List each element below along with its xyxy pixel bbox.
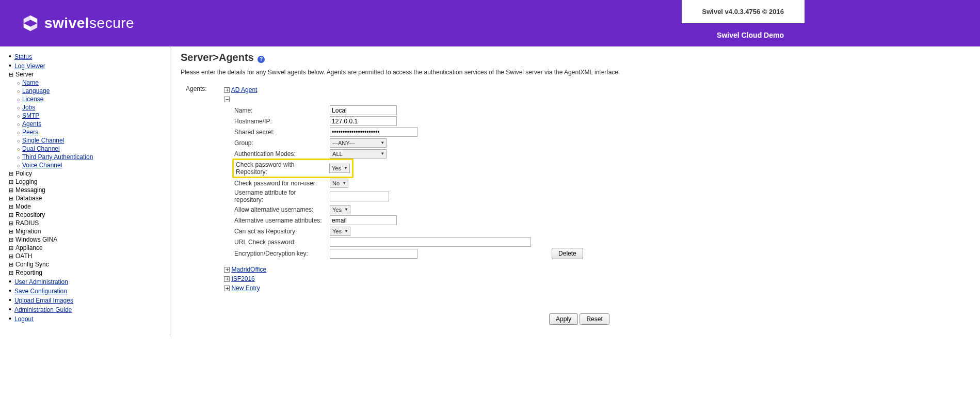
input-url-check-password[interactable] xyxy=(330,237,531,247)
select-check-password-repository[interactable]: Yes xyxy=(329,164,350,173)
version-text: Swivel v4.0.3.4756 © 2016 xyxy=(682,0,805,23)
expand-isf2016-icon[interactable]: + xyxy=(224,276,230,282)
sidebar-status[interactable]: Status xyxy=(14,53,32,60)
expand-ad-agent-icon[interactable]: + xyxy=(224,87,230,93)
sidebar-repository[interactable]: Repository xyxy=(15,211,45,218)
sidebar-radius[interactable]: RADIUS xyxy=(15,219,39,227)
sidebar-logout[interactable]: Logout xyxy=(14,315,34,323)
sidebar-server-jobs[interactable]: Jobs xyxy=(22,104,35,111)
sidebar-user-admin[interactable]: User Administration xyxy=(14,278,68,286)
sidebar-server-language[interactable]: Language xyxy=(22,87,50,94)
page-intro: Please enter the details for any Swivel … xyxy=(181,69,970,76)
sidebar-server-peers[interactable]: Peers xyxy=(22,129,38,136)
select-allow-alt-usernames[interactable]: Yes xyxy=(330,205,350,214)
sidebar-messaging[interactable]: Messaging xyxy=(15,186,45,194)
sidebar-policy[interactable]: Policy xyxy=(15,170,32,177)
agent-madrid-office[interactable]: MadridOffice xyxy=(231,266,266,273)
input-hostname[interactable] xyxy=(330,116,397,126)
agent-isf2016[interactable]: ISF2016 xyxy=(231,275,254,282)
label-username-attr-repository: Username attribute for repository: xyxy=(234,189,330,203)
sidebar-server-smtp[interactable]: SMTP xyxy=(22,112,39,119)
sidebar-save-config[interactable]: Save Configuration xyxy=(14,288,67,295)
label-auth-modes: Authentication Modes: xyxy=(234,150,330,157)
sidebar-server-license[interactable]: License xyxy=(22,96,43,103)
sidebar-server-third-party[interactable]: Third Party Authentication xyxy=(22,153,93,161)
select-group[interactable]: ---ANY--- xyxy=(330,138,387,148)
input-username-attr-repository[interactable] xyxy=(330,192,389,201)
content: Server>Agents ? Please enter the details… xyxy=(170,46,980,335)
input-shared-secret[interactable] xyxy=(330,127,417,137)
help-icon[interactable]: ? xyxy=(258,56,265,63)
page-title: Server>Agents xyxy=(181,52,254,64)
sidebar-log-viewer[interactable]: Log Viewer xyxy=(14,62,45,70)
label-shared-secret: Shared secret: xyxy=(234,129,330,136)
sidebar-reporting[interactable]: Reporting xyxy=(15,269,42,276)
apply-button[interactable]: Apply xyxy=(549,313,578,325)
expand-new-entry-icon[interactable]: + xyxy=(224,286,230,291)
sidebar-database[interactable]: Database xyxy=(15,195,42,202)
agent-new-entry[interactable]: New Entry xyxy=(231,284,260,292)
sidebar-migration[interactable]: Migration xyxy=(15,228,41,235)
label-check-password-repository: Check password with Repository: xyxy=(236,161,329,176)
sidebar-config-sync[interactable]: Config Sync xyxy=(15,261,49,268)
sidebar-logging[interactable]: Logging xyxy=(15,178,38,185)
collapse-local-icon[interactable]: − xyxy=(224,97,230,102)
label-check-password-non-user: Check password for non-user: xyxy=(234,180,330,187)
sidebar-appliance[interactable]: Appliance xyxy=(15,244,43,251)
cloud-demo-text: Swivel Cloud Demo xyxy=(717,31,805,39)
swivel-logo-icon xyxy=(21,13,40,33)
label-url-check-password: URL Check password: xyxy=(234,239,330,246)
input-alt-username-attrs[interactable] xyxy=(330,215,397,225)
highlight-check-password-repository: Check password with Repository: Yes xyxy=(232,159,354,178)
sidebar-server[interactable]: Server xyxy=(15,71,34,78)
select-check-password-non-user[interactable]: No xyxy=(330,179,348,188)
label-hostname: Hostname/IP: xyxy=(234,118,330,125)
sidebar-mode[interactable]: Mode xyxy=(15,203,31,210)
expand-madrid-icon[interactable]: + xyxy=(224,267,230,273)
label-encryption-key: Encryption/Decryption key: xyxy=(234,250,330,257)
agent-ad-agent[interactable]: AD Agent xyxy=(231,86,258,93)
sidebar-upload-email-images[interactable]: Upload Email Images xyxy=(14,297,73,304)
agents-label: Agents: xyxy=(186,85,222,92)
input-encryption-key[interactable] xyxy=(330,249,417,259)
select-can-act-repository[interactable]: Yes xyxy=(330,227,350,236)
sidebar-windows-gina[interactable]: Windows GINA xyxy=(15,236,57,243)
label-group: Group: xyxy=(234,139,330,147)
select-auth-modes[interactable]: ALL xyxy=(330,149,387,159)
input-name[interactable] xyxy=(330,105,397,115)
sidebar-server-name[interactable]: Name xyxy=(22,79,39,86)
reset-button[interactable]: Reset xyxy=(580,313,609,325)
brand-logo: swivelsecure xyxy=(0,0,980,46)
sidebar-server-agents[interactable]: Agents xyxy=(22,120,41,128)
sidebar-server-single-channel[interactable]: Single Channel xyxy=(22,137,64,144)
sidebar-server-voice-channel[interactable]: Voice Channel xyxy=(22,162,62,169)
brand-name: swivelsecure xyxy=(44,15,134,31)
sidebar-oath[interactable]: OATH xyxy=(15,252,32,260)
sidebar: Status Log Viewer Server Name Language L… xyxy=(0,46,170,335)
header: swivelsecure Swivel v4.0.3.4756 © 2016 S… xyxy=(0,0,980,46)
delete-button[interactable]: Delete xyxy=(552,248,583,259)
sidebar-admin-guide[interactable]: Administration Guide xyxy=(14,306,72,313)
label-can-act-repository: Can act as Repository: xyxy=(234,228,330,235)
label-allow-alt-usernames: Allow alternative usernames: xyxy=(234,206,330,213)
label-alt-username-attrs: Alternative username attributes: xyxy=(234,217,330,224)
label-name: Name: xyxy=(234,107,330,114)
sidebar-server-dual-channel[interactable]: Dual Channel xyxy=(22,145,60,152)
